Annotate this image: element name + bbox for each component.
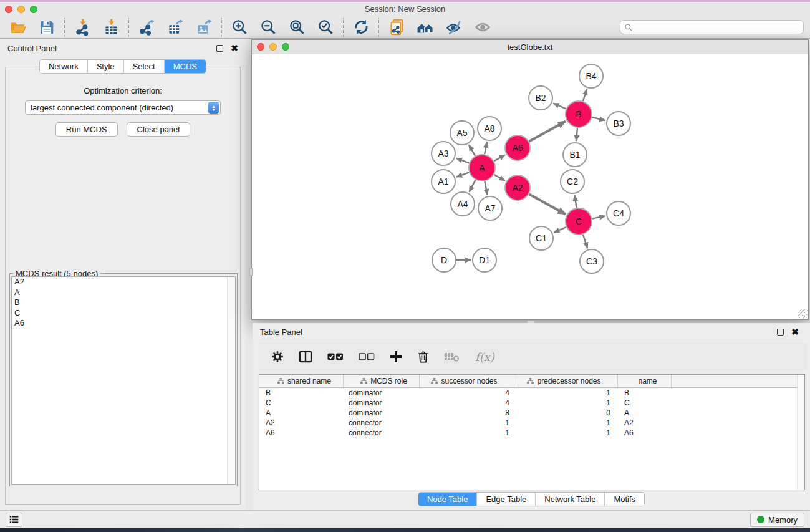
close-table-panel-icon[interactable]: ✖: [791, 327, 799, 336]
cell-predecessor-nodes[interactable]: 1: [518, 389, 618, 397]
graph-edge-C-C1[interactable]: [554, 227, 566, 233]
cell-shared-name[interactable]: C: [259, 399, 344, 407]
hide-selected-button[interactable]: [445, 18, 463, 37]
show-all-button[interactable]: [473, 18, 492, 37]
close-panel-icon[interactable]: ✖: [231, 44, 238, 52]
mcds-result-item[interactable]: A6: [12, 318, 235, 329]
table-scrollbar[interactable]: [797, 375, 804, 490]
graph-node-C[interactable]: C: [566, 208, 592, 235]
graph-edge-A-A2[interactable]: [494, 175, 505, 181]
mcds-result-item[interactable]: C: [12, 308, 235, 319]
create-column-button[interactable]: [390, 351, 402, 363]
graph-edge-A-A5[interactable]: [469, 145, 475, 156]
column-header-predecessor-nodes[interactable]: predecessor nodes: [518, 375, 618, 387]
apply-layout-button[interactable]: [352, 18, 370, 37]
cell-predecessor-nodes[interactable]: 1: [518, 418, 618, 427]
mcds-result-item[interactable]: B: [12, 297, 235, 308]
graph-node-B[interactable]: B: [566, 101, 592, 127]
graph-edge-B-B3[interactable]: [592, 117, 605, 120]
graph-node-A1[interactable]: A1: [432, 170, 455, 193]
run-mcds-button[interactable]: Run MCDS: [55, 122, 118, 137]
graph-node-B2[interactable]: B2: [529, 86, 552, 110]
graph-node-A6[interactable]: A6: [505, 135, 530, 160]
graph-edge-A6-B[interactable]: [529, 122, 566, 142]
import-network-button[interactable]: [73, 18, 92, 37]
cell-mcds-role[interactable]: connector: [344, 418, 420, 427]
cell-mcds-role[interactable]: dominator: [344, 389, 420, 397]
memory-button[interactable]: Memory: [750, 513, 804, 527]
graph-edge-A2-C[interactable]: [529, 194, 566, 214]
cell-shared-name[interactable]: B: [259, 389, 344, 397]
show-columns-button[interactable]: [299, 351, 312, 363]
graph-node-A3[interactable]: A3: [432, 142, 455, 165]
graph-edge-A-A3[interactable]: [456, 158, 470, 163]
graph-edge-A-A7[interactable]: [485, 181, 487, 195]
deselect-all-rows-button[interactable]: [359, 352, 375, 361]
graph-node-C4[interactable]: C4: [607, 201, 630, 225]
tab-mcds[interactable]: MCDS: [165, 60, 206, 73]
graph-node-C3[interactable]: C3: [580, 249, 604, 273]
graph-edge-C-C4[interactable]: [592, 216, 605, 218]
graph-edge-A-A8[interactable]: [485, 142, 487, 155]
tab-network-table[interactable]: Network Table: [536, 493, 605, 506]
graph-edge-C-C2[interactable]: [574, 195, 576, 208]
column-header-successor-nodes[interactable]: successor nodes: [420, 375, 518, 387]
graph-edge-B-B2[interactable]: [553, 104, 566, 109]
task-history-button[interactable]: [6, 513, 22, 527]
window-resize-grip[interactable]: [798, 309, 807, 318]
close-panel-button[interactable]: Close panel: [127, 122, 191, 137]
cell-successor-nodes[interactable]: 8: [420, 409, 518, 417]
column-header-name[interactable]: name: [618, 375, 672, 387]
table-row[interactable]: Adominator80A: [259, 408, 804, 418]
table-row[interactable]: Bdominator41B: [259, 388, 804, 398]
cell-shared-name[interactable]: A6: [259, 428, 344, 437]
zoom-selected-button[interactable]: [316, 18, 335, 37]
graph-node-A2[interactable]: A2: [505, 175, 530, 200]
table-row[interactable]: A2connector11A2: [259, 418, 804, 428]
cell-successor-nodes[interactable]: 4: [420, 389, 518, 397]
cell-shared-name[interactable]: A2: [259, 418, 344, 427]
tab-node-table[interactable]: Node Table: [418, 493, 478, 506]
cell-predecessor-nodes[interactable]: 0: [518, 409, 618, 417]
table-row[interactable]: Cdominator41C: [259, 398, 804, 408]
column-header-mcds-role[interactable]: MCDS role: [344, 375, 420, 387]
delete-table-button[interactable]: [444, 351, 460, 362]
cell-successor-nodes[interactable]: 1: [420, 418, 518, 427]
new-network-from-selection-button[interactable]: [387, 18, 406, 37]
mcds-result-item[interactable]: A: [12, 288, 235, 298]
tab-network[interactable]: Network: [40, 60, 88, 73]
tab-motifs[interactable]: Motifs: [605, 493, 644, 506]
search-field[interactable]: [620, 20, 804, 34]
graph-node-A8[interactable]: A8: [478, 117, 501, 140]
cell-name[interactable]: A: [618, 409, 672, 417]
zoom-fit-button[interactable]: [287, 18, 306, 37]
split-handle-vertical[interactable]: [249, 268, 253, 276]
cell-name[interactable]: A6: [618, 428, 672, 437]
float-panel-button[interactable]: [216, 45, 223, 52]
export-network-button[interactable]: [137, 18, 156, 37]
graph-node-D1[interactable]: D1: [473, 248, 496, 272]
cell-name[interactable]: A2: [618, 418, 672, 427]
graph-edge-B-B1[interactable]: [576, 128, 577, 141]
cell-name[interactable]: C: [618, 399, 672, 407]
cell-predecessor-nodes[interactable]: 1: [518, 399, 618, 407]
search-input[interactable]: [633, 23, 799, 32]
graph-node-D[interactable]: D: [432, 248, 456, 272]
graph-node-A[interactable]: A: [469, 155, 495, 181]
graph-edge-A-A4[interactable]: [469, 180, 475, 191]
graph-edge-A-A1[interactable]: [456, 172, 470, 177]
cell-mcds-role[interactable]: dominator: [344, 409, 420, 417]
graph-node-A7[interactable]: A7: [478, 196, 502, 220]
network-canvas[interactable]: B4B2BB3B1A5A8A6A3AA1A4A7A2C2C4CC1C3DD1: [252, 54, 808, 319]
graph-node-A5[interactable]: A5: [450, 121, 474, 145]
zoom-out-button[interactable]: [259, 18, 277, 37]
table-row[interactable]: A6connector11A6: [259, 428, 804, 438]
export-image-button[interactable]: [195, 18, 213, 37]
export-table-button[interactable]: [166, 18, 185, 37]
cell-predecessor-nodes[interactable]: 1: [518, 428, 618, 437]
cell-successor-nodes[interactable]: 4: [420, 399, 518, 407]
cell-shared-name[interactable]: A: [259, 409, 344, 417]
criterion-select[interactable]: largest connected component (directed) ▲…: [25, 100, 221, 115]
table-settings-button[interactable]: [271, 351, 284, 363]
zoom-in-button[interactable]: [230, 18, 249, 37]
